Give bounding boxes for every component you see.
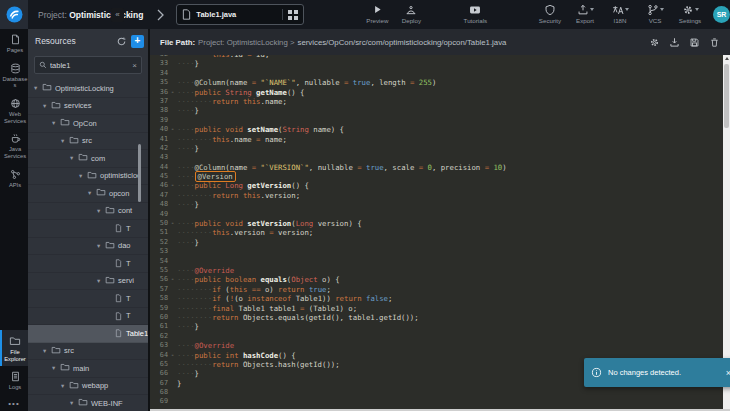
line-number[interactable]: 35	[150, 78, 168, 87]
line-number[interactable]: 45	[150, 172, 168, 181]
line-number[interactable]: 59	[150, 304, 168, 313]
tree-item-webapp[interactable]: ▾ webapp	[28, 378, 148, 396]
settings-button[interactable]: Settings	[675, 4, 705, 24]
line-number[interactable]: 43	[150, 153, 168, 162]
caret-down-icon[interactable]: ▾	[79, 172, 87, 180]
rail-item-file-explorer[interactable]: File Explorer	[0, 330, 28, 366]
line-number[interactable]: 61	[150, 322, 168, 331]
scroll-up-arrow-icon[interactable]	[725, 57, 729, 60]
tree-item-main[interactable]: ▾ main	[28, 360, 148, 378]
caret-down-icon[interactable]: ▾	[70, 154, 78, 162]
refresh-icon[interactable]	[116, 36, 127, 47]
rail-item-databases[interactable]: Databases	[0, 58, 28, 93]
line-number[interactable]: 60	[150, 313, 168, 322]
line-number[interactable]: 37	[150, 97, 168, 106]
line-number[interactable]: 39	[150, 116, 168, 125]
grid-icon[interactable]	[288, 10, 298, 20]
rail-item-java-services[interactable]: Java Services	[0, 128, 28, 163]
line-number[interactable]: 57	[150, 285, 168, 294]
caret-down-icon[interactable]: ▾	[97, 207, 105, 215]
line-number[interactable]: 68	[150, 388, 168, 397]
rail-item-pages[interactable]: Pages	[0, 29, 28, 58]
rail-item-apis[interactable]: APIs	[0, 164, 28, 193]
fold-marker[interactable]: -	[168, 88, 177, 97]
preview-button[interactable]: Preview	[362, 4, 392, 24]
caret-down-icon[interactable]: ▾	[34, 84, 42, 92]
line-number[interactable]: 51	[150, 228, 168, 237]
security-button[interactable]: Security	[535, 4, 565, 24]
caret-down-icon[interactable]: ▾	[97, 277, 105, 285]
line-number[interactable]: 34	[150, 69, 168, 78]
editor-vertical-scrollbar[interactable]	[723, 55, 730, 409]
caret-down-icon[interactable]: ▾	[70, 399, 78, 407]
fold-marker[interactable]: -	[168, 275, 177, 284]
code-editor[interactable]: 32 ········this.id = id; 33 ····} 34 35 …	[150, 55, 723, 409]
fold-marker[interactable]: -	[168, 125, 177, 134]
line-number[interactable]: 55	[150, 266, 168, 275]
tutorials-button[interactable]: Tutorials	[460, 4, 490, 24]
delete-icon[interactable]	[709, 37, 720, 48]
line-number[interactable]: 53	[150, 247, 168, 256]
fold-marker[interactable]: -	[168, 181, 177, 190]
rail-item-logs[interactable]: Logs	[0, 366, 28, 395]
line-number[interactable]: 41	[150, 135, 168, 144]
line-number[interactable]: 67	[150, 379, 168, 388]
tree-item-services[interactable]: ▾ services	[28, 98, 148, 116]
line-number[interactable]: 65	[150, 360, 168, 369]
caret-down-icon[interactable]: ▾	[61, 137, 69, 145]
deploy-button[interactable]: Deploy	[396, 4, 426, 24]
tree-item-servi[interactable]: ▾ servi	[28, 273, 148, 291]
line-number[interactable]: 64	[150, 351, 168, 360]
line-number[interactable]: 40	[150, 125, 168, 134]
line-number[interactable]: 42	[150, 144, 168, 153]
line-number[interactable]: 49	[150, 210, 168, 219]
open-file-tab[interactable]: Table1.java	[176, 4, 304, 25]
tree-item-src[interactable]: ▾ src	[28, 133, 148, 151]
tree-item-cont[interactable]: ▾ cont	[28, 203, 148, 221]
clear-search-icon[interactable]: ×	[132, 61, 137, 70]
tree-item-optimisticloc[interactable]: ▾ optimisticloc	[28, 168, 148, 186]
tree-item-opcon[interactable]: ▾ opcon	[28, 185, 148, 203]
line-number[interactable]: 36	[150, 88, 168, 97]
caret-down-icon[interactable]: ▾	[52, 364, 60, 372]
scrollbar-thumb[interactable]	[724, 64, 729, 128]
line-number[interactable]: 38	[150, 106, 168, 115]
toast-close-icon[interactable]: ×	[726, 368, 730, 378]
tree-item-src[interactable]: ▾ src	[28, 343, 148, 361]
line-number[interactable]: 52	[150, 238, 168, 247]
caret-down-icon[interactable]: ▾	[52, 119, 60, 127]
line-number[interactable]: 33	[150, 59, 168, 68]
save-icon[interactable]	[689, 37, 700, 48]
download-icon[interactable]	[669, 37, 680, 48]
tree-item-com[interactable]: ▾ com	[28, 150, 148, 168]
tree-item-opcon[interactable]: ▾ OpCon	[28, 115, 148, 133]
rail-item-web-services[interactable]: Web Services	[0, 93, 28, 128]
more-options-button[interactable]: •••	[0, 395, 28, 411]
settings-icon[interactable]	[649, 37, 660, 48]
line-number[interactable]: 69	[150, 397, 168, 406]
tree-item-dao[interactable]: ▾ dao	[28, 238, 148, 256]
search-input[interactable]	[50, 61, 129, 70]
tree-scrollbar-thumb[interactable]	[138, 144, 141, 202]
caret-down-icon[interactable]: ▾	[97, 242, 105, 250]
line-number[interactable]: 63	[150, 341, 168, 350]
caret-down-icon[interactable]: ▾	[88, 189, 96, 197]
caret-down-icon[interactable]: ▾	[61, 382, 69, 390]
tree-item-web-inf[interactable]: ▾ WEB-INF	[28, 395, 148, 411]
vcs-button[interactable]: VCS	[640, 4, 670, 24]
line-number[interactable]: 58	[150, 294, 168, 303]
fold-marker[interactable]: -	[168, 219, 177, 228]
add-resource-button[interactable]: +	[131, 35, 144, 48]
line-number[interactable]: 54	[150, 257, 168, 266]
i18n-button[interactable]: I18N	[605, 4, 635, 24]
user-avatar[interactable]: SR	[713, 6, 730, 23]
fold-marker[interactable]: -	[168, 351, 177, 360]
line-number[interactable]: 56	[150, 275, 168, 284]
tree-item-optimisticlocking[interactable]: ▾ OptimisticLocking	[28, 80, 148, 98]
tree-item-t[interactable]: T	[28, 290, 148, 308]
line-number[interactable]: 50	[150, 219, 168, 228]
tree-item-t[interactable]: T	[28, 220, 148, 238]
collapse-panel-button[interactable]: «	[111, 8, 124, 22]
line-number[interactable]: 66	[150, 369, 168, 378]
line-number[interactable]: 48	[150, 200, 168, 209]
